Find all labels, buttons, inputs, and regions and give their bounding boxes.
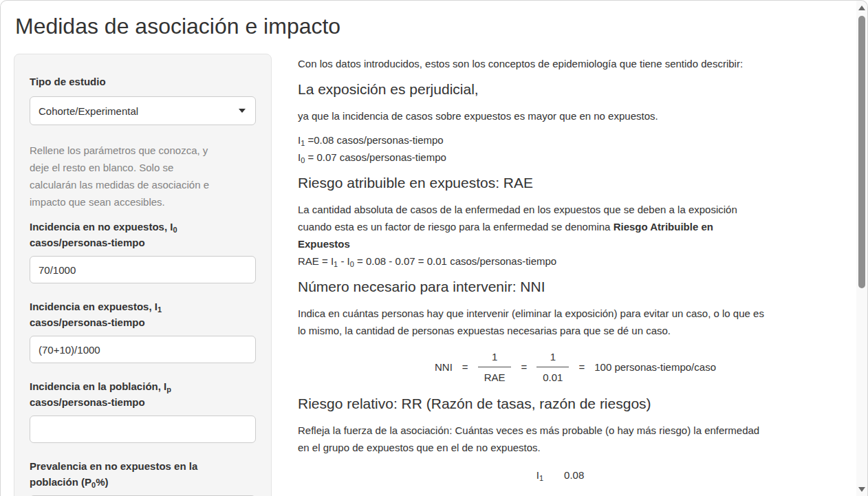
nni-formula-equals-3: = (578, 358, 585, 376)
prevalence-unexposed-label: Prevalencia en no expuestos en lapoblaci… (30, 458, 256, 490)
fraction-numerator: 1 (536, 350, 569, 367)
fraction-denominator: RAE (478, 367, 512, 384)
study-type-selected-value: Cohorte/Experimental (39, 105, 138, 117)
rr-formula-numerator-right: 0.08 (564, 466, 584, 484)
vertical-scrollbar[interactable] (856, 1, 867, 496)
study-type-label: Tipo de estudio (30, 74, 256, 89)
fraction-denominator: 0.01 (536, 367, 569, 384)
nni-formula-equals-1: = (462, 358, 468, 376)
page-title: Medidas de asociación e impacto (15, 14, 340, 39)
fraction-numerator: 1 (478, 350, 512, 367)
incidence-population-label: Incidencia en la población, Ipcasos/pers… (30, 378, 256, 410)
fraction-one-over-rae: 1 RAE (478, 350, 512, 384)
incidence-population-input[interactable] (30, 416, 256, 443)
caret-down-icon (239, 109, 246, 113)
scrollbar-thumb[interactable] (858, 16, 865, 288)
sidebar-help-text: Rellene los parámetros que conozca, ydej… (30, 142, 256, 211)
sidebar-panel: Tipo de estudio Cohorte/Experimental Rel… (14, 54, 272, 496)
scroll-down-icon[interactable] (858, 487, 865, 492)
rr-body: Refleja la fuerza de la asociación: Cuán… (298, 422, 853, 456)
nni-formula-result: 100 personas-tiempo/caso (594, 358, 716, 376)
rae-heading: Riesgo atribuible en expuestos: RAE (298, 173, 853, 193)
incidence-unexposed-input[interactable] (30, 256, 256, 283)
scroll-up-icon[interactable] (858, 6, 865, 10)
form-group-incidence-exposed: Incidencia en expuestos, I1casos/persona… (30, 299, 256, 363)
rr-formula-partial: I1 0.08 (283, 466, 838, 484)
incidence-exposed-input[interactable] (30, 336, 256, 363)
fraction-one-over-001: 1 0.01 (536, 350, 569, 384)
form-group-incidence-population: Incidencia en la población, Ipcasos/pers… (30, 378, 256, 443)
main-content: Con los datos introducidos, estos son lo… (298, 55, 853, 484)
nni-formula: NNI = 1 RAE = 1 0.01 = 100 personas-tiem… (298, 350, 853, 384)
nni-formula-equals-2: = (521, 358, 527, 376)
nni-body: Indica en cuántas personas hay que inter… (298, 305, 853, 339)
incidence-exposed-label: Incidencia en expuestos, I1casos/persona… (30, 299, 256, 330)
rr-formula-numerator-left: I1 (536, 466, 543, 484)
rae-body: La cantidad absoluta de casos de la enfe… (298, 201, 853, 270)
intro-text: Con los datos introducidos, estos son lo… (298, 55, 853, 72)
nni-heading: Número necesario para intervenir: NNI (298, 277, 853, 296)
harmful-exposure-subtext: ya que la incidencia de casos sobre expu… (298, 107, 853, 125)
form-group-incidence-unexposed: Incidencia en no expuestos, I0casos/pers… (30, 219, 256, 283)
harmful-exposure-heading: La exposición es perjudicial, (298, 79, 853, 99)
nni-formula-lhs: NNI (435, 358, 453, 376)
incidence-unexposed-label: Incidencia en no expuestos, I0casos/pers… (30, 219, 256, 250)
study-type-select[interactable]: Cohorte/Experimental (30, 96, 256, 125)
rr-heading: Riesgo relativo: RR (Razón de tasas, raz… (298, 393, 853, 413)
incidence-values: I1 =0.08 casos/personas-tiempoI0 = 0.07 … (298, 131, 853, 166)
form-group-prevalence-unexposed: Prevalencia en no expuestos en lapoblaci… (30, 458, 256, 496)
